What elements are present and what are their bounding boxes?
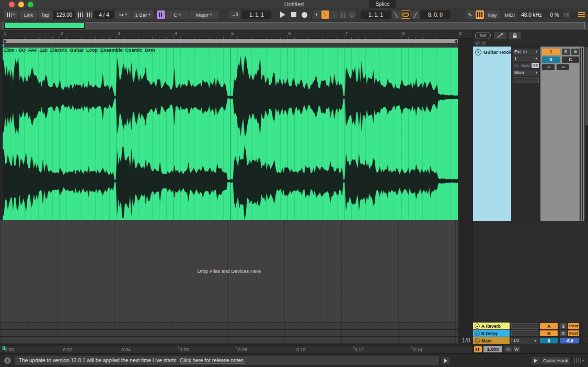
- send-a-field[interactable]: -∞: [542, 64, 555, 70]
- set-button[interactable]: Set: [475, 32, 491, 39]
- overview-clip-block[interactable]: [4, 22, 85, 29]
- playback-speed-field[interactable]: 1.00x: [483, 346, 502, 352]
- add-marker-button[interactable]: +: [481, 41, 486, 45]
- zoom-out-marker-button[interactable]: •: [475, 41, 480, 45]
- drop-zone[interactable]: Drop Files and Devices Here: [0, 220, 458, 323]
- main-track-lane[interactable]: [0, 337, 458, 344]
- scale-mode-button[interactable]: [157, 10, 165, 19]
- re-enable-automation-button[interactable]: ←: [330, 10, 338, 19]
- return-b-solo-button[interactable]: S: [560, 330, 567, 336]
- solo-button[interactable]: S: [562, 49, 570, 55]
- scale-name-menu[interactable]: Major▾: [189, 10, 218, 19]
- scale-root-menu[interactable]: C▾: [166, 10, 188, 19]
- main-name-area[interactable]: ▸ Main: [473, 337, 510, 344]
- stop-button[interactable]: [289, 10, 298, 19]
- time-ruler[interactable]: 0:000:020:040:060:080:100:120:14: [0, 345, 472, 353]
- lock-envelopes-button[interactable]: [509, 32, 521, 39]
- track-name-area[interactable]: ▾ Guitar Hook: [473, 47, 511, 222]
- release-notes-link[interactable]: Click here for release notes.: [180, 358, 245, 363]
- midi-map-button[interactable]: MIDI: [502, 10, 517, 19]
- punch-out-button[interactable]: ╱: [411, 10, 419, 19]
- quantization-menu[interactable]: 1 Bar▾: [132, 10, 154, 19]
- beat-time-ruler[interactable]: 123456789: [0, 30, 472, 39]
- return-a-unfold-button[interactable]: ▸: [475, 324, 480, 329]
- overview-visible-region[interactable]: [3, 22, 585, 29]
- return-b-activator-button[interactable]: B: [540, 330, 558, 336]
- return-a-solo-button[interactable]: S: [560, 323, 567, 329]
- arm-button[interactable]: [571, 49, 579, 55]
- nudge-down-button[interactable]: [76, 10, 84, 19]
- automation-arm-button[interactable]: °⌐: [321, 10, 329, 19]
- return-a-empty-slot[interactable]: [511, 323, 538, 329]
- return-b-unfold-button[interactable]: ▸: [475, 331, 480, 336]
- audio-clip[interactable]: Ebm - BO_FAF_120_Electric_Guitar_Loop_En…: [3, 48, 458, 220]
- cue-volume-field[interactable]: 0: [540, 338, 558, 343]
- main-track-header[interactable]: ▸ Main 1/2▾ 0 -6.0: [472, 337, 588, 344]
- pan-field[interactable]: C: [562, 56, 579, 63]
- chevron-down-icon[interactable]: ▾: [582, 359, 584, 363]
- arrangement-position-field[interactable]: 1. 1. 1: [242, 10, 271, 19]
- key-map-button[interactable]: Key: [485, 10, 500, 19]
- preview-track-name[interactable]: Guitar Hook: [541, 357, 570, 364]
- return-b-empty-slot[interactable]: [511, 330, 538, 336]
- return-b-name-area[interactable]: ▸ B Delay: [473, 330, 510, 337]
- clip-title[interactable]: Ebm - BO_FAF_120_Electric_Guitar_Loop_En…: [3, 48, 458, 53]
- monitor-in-button[interactable]: In: [513, 63, 520, 68]
- return-track-b-header[interactable]: ▸ B Delay B S Post: [472, 330, 588, 337]
- loop-length-field[interactable]: 8. 0. 0: [420, 10, 451, 19]
- loop-button[interactable]: [401, 10, 410, 19]
- return-a-activator-button[interactable]: A: [540, 323, 558, 329]
- computer-midi-keyboard-button[interactable]: [476, 10, 484, 19]
- loop-start-handle-icon[interactable]: [4, 39, 7, 43]
- arrangement-overview[interactable]: [0, 21, 588, 30]
- tempo-field[interactable]: 123.00: [53, 10, 75, 19]
- cpu-load-display[interactable]: 0 %: [546, 10, 563, 19]
- send-b-field[interactable]: -∞: [557, 64, 569, 70]
- link-button[interactable]: Link: [20, 10, 37, 19]
- metronome-button[interactable]: ○●▾: [115, 10, 131, 19]
- preview-play-button-2[interactable]: [532, 357, 540, 364]
- record-button[interactable]: [299, 10, 309, 19]
- preview-play-button-1[interactable]: [442, 357, 450, 364]
- panel-scrollbar-thumb[interactable]: [585, 47, 588, 125]
- play-button[interactable]: [278, 10, 288, 19]
- monitor-auto-button[interactable]: Auto: [520, 63, 531, 68]
- return-a-lane[interactable]: [0, 323, 458, 329]
- empty-io-slot[interactable]: [513, 77, 539, 83]
- scrub-area[interactable]: [3, 43, 458, 48]
- return-b-pre-post-toggle[interactable]: Post: [568, 330, 579, 336]
- session-record-button[interactable]: O: [348, 10, 356, 19]
- return-a-pre-post-toggle[interactable]: Post: [568, 323, 579, 329]
- main-volume-field[interactable]: -6.0: [560, 338, 579, 343]
- main-menu-button[interactable]: [577, 11, 585, 18]
- loop-brace[interactable]: [3, 39, 458, 43]
- return-track-a-header[interactable]: ▸ A Reverb A S Post: [472, 323, 588, 329]
- overdub-button[interactable]: +: [313, 10, 320, 19]
- track-unfold-button[interactable]: ▾: [475, 49, 481, 55]
- zoom-height-button[interactable]: H: [504, 346, 512, 352]
- splice-window-title[interactable]: Splice: [369, 0, 396, 8]
- input-type-menu[interactable]: Ext. In▾: [513, 49, 539, 55]
- monitor-off-button[interactable]: Off: [532, 63, 539, 68]
- track-activator-button[interactable]: 1: [542, 49, 560, 55]
- track-header-guitar-hook[interactable]: ▾ Guitar Hook Ext. In▾ 1▾ In Auto Off Ma…: [472, 46, 588, 221]
- capture-midi-button[interactable]: [ ]: [339, 10, 347, 19]
- tap-tempo-button[interactable]: Tap: [38, 10, 52, 19]
- punch-in-button[interactable]: ╲: [392, 10, 400, 19]
- loop-start-field[interactable]: 1. 1. 1: [361, 10, 391, 19]
- automation-slope-button[interactable]: [494, 32, 506, 39]
- nudge-up-button[interactable]: [85, 10, 93, 19]
- draw-mode-button[interactable]: ✎: [466, 10, 475, 19]
- loop-end-handle-icon[interactable]: [454, 39, 457, 43]
- return-a-name-area[interactable]: ▸ A Reverb: [473, 323, 510, 329]
- time-signature-field[interactable]: 4 / 4: [94, 10, 114, 19]
- output-menu[interactable]: Main▾: [513, 70, 539, 76]
- input-channel-menu[interactable]: 1▾: [513, 55, 539, 62]
- return-b-lane[interactable]: [0, 330, 458, 337]
- control-bar-display-button[interactable]: ▾: [4, 10, 18, 19]
- main-unfold-button[interactable]: ▸: [475, 338, 480, 343]
- follow-button[interactable]: →‖: [229, 10, 240, 19]
- volume-field[interactable]: 0: [542, 56, 560, 63]
- cue-out-menu[interactable]: 1/2▾: [511, 338, 538, 343]
- zoom-width-button[interactable]: W: [513, 346, 520, 352]
